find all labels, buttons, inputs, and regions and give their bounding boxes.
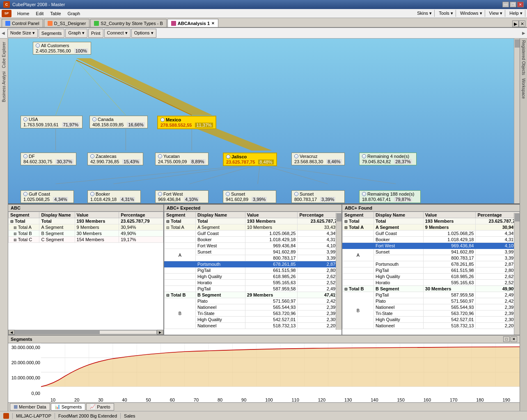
sidebar-business-analysis[interactable]: Business Analysi: [1, 70, 7, 104]
menu-tools[interactable]: Tools ▾: [436, 10, 456, 17]
table-row[interactable]: Fort West 969.436,84 4,10%: [343, 243, 520, 249]
node-mexico[interactable]: ○ Mexico 278.588.552,55 11,37%: [157, 116, 216, 129]
tab-segments[interactable]: 📊 Segments: [51, 403, 86, 411]
table-row[interactable]: ⊞ Total A A Segment 9 Members 30,94%: [9, 224, 163, 231]
node-fort-west[interactable]: ○ Fort West 969.436,84 4,10%: [155, 190, 209, 203]
hscroll-right[interactable]: ▶: [157, 330, 163, 335]
table-row[interactable]: Booker 1.018.429,18 4,31%: [343, 237, 520, 243]
sidebar-cube-explorer[interactable]: Cube Explorer: [1, 40, 7, 70]
menu-item-table[interactable]: Table: [47, 10, 64, 17]
table-row[interactable]: ⊟ Total B B Segment 30 Members 49,90%: [343, 286, 520, 292]
node-gulf-coast[interactable]: ○ Gulf Coast 1.025.068,25 4,34%: [21, 190, 74, 203]
tab-abc-analysis[interactable]: ABCAnalysis 1 ✕: [167, 19, 218, 27]
table-row[interactable]: Gulf Coast 1.025.068,25 4,34%: [343, 231, 520, 237]
expand-icon[interactable]: ⊟: [10, 219, 14, 224]
table-row[interactable]: A Sunset 941.602,89 3,99%: [165, 249, 341, 255]
table-row[interactable]: PigTail 661.515,98 2,80%: [165, 267, 341, 274]
table-row[interactable]: ⊟ Total A A Segment 10 Members 33,43%: [165, 224, 341, 231]
toolbar-connect[interactable]: Connect ▾: [104, 29, 131, 38]
sidebar-workspace[interactable]: Workspace: [520, 77, 527, 100]
table-row[interactable]: High Quality 618.985,26 2,62%: [343, 274, 520, 280]
expand-icon-b[interactable]: ⊞: [14, 232, 17, 236]
table-row[interactable]: Portsmouth 678.261,85 2,87%: [343, 261, 520, 267]
node-df[interactable]: ○ DF 84.602.330,75 30,37%: [21, 153, 76, 165]
abc-found-scroll[interactable]: Segment Display Name Value Percentage ⊟ …: [342, 212, 520, 335]
table-row[interactable]: PigTail 587.959,58 2,49%: [165, 286, 341, 292]
tab-member-data[interactable]: ▦ Member Data: [10, 403, 50, 411]
table-row[interactable]: Fort West 969.436,84 4,10%: [165, 243, 341, 249]
toolbar-graph[interactable]: Graph ▾: [65, 29, 87, 38]
table-row[interactable]: Portsmouth 678.261,85 2,87%: [165, 261, 341, 267]
abc-hscroll[interactable]: ◀ ▶: [8, 330, 163, 335]
table-row[interactable]: ⊞ Total B B Segment 30 Members 49,90%: [9, 231, 163, 237]
cube-scrollbar-thumb[interactable]: [515, 39, 520, 48]
tab-scroll-right[interactable]: ▶: [512, 21, 519, 27]
table-row[interactable]: ⊟ Total Total 193 Members 23.625.787,79: [9, 218, 163, 224]
table-row[interactable]: Booker 1.018.429,18 4,31%: [165, 237, 341, 243]
toolbar-segments[interactable]: Segments: [39, 29, 65, 38]
tab-close-abc[interactable]: ✕: [211, 21, 215, 25]
toolbar-print[interactable]: Print: [88, 29, 103, 38]
abc-expected-scroll[interactable]: Segment Display Name Value Percentage ⊟ …: [164, 212, 341, 335]
toolbar-options[interactable]: Options ▾: [131, 29, 156, 38]
menu-item-edit[interactable]: Edit: [32, 10, 47, 17]
toolbar-node-size[interactable]: Node Size ▾: [7, 29, 38, 38]
minimize-button[interactable]: —: [502, 2, 509, 7]
menu-skins[interactable]: Skins ▾: [415, 10, 435, 17]
segments-close[interactable]: ✕: [511, 336, 517, 342]
node-booker[interactable]: ○ Booker 1.018.429,18 4,31%: [87, 190, 141, 203]
table-row[interactable]: B PigTail 587.959,58 2,49%: [343, 292, 520, 298]
table-row[interactable]: Horatio 595.165,63 2,52%: [343, 280, 520, 286]
menu-windows[interactable]: Windows ▾: [458, 10, 485, 17]
cube-scrollbar[interactable]: [514, 39, 520, 203]
table-row[interactable]: ⊟ Total A A Segment 9 Members 30,94%: [343, 224, 520, 231]
table-row[interactable]: Gulf Coast 1.025.068,25 4,34%: [165, 231, 341, 237]
abc-scroll[interactable]: Segment Display Name Value Percentage ⊟ …: [8, 212, 163, 330]
node-remaining4[interactable]: ○ Remaining 4 node(s) 79.045.824,82 28,3…: [359, 153, 417, 165]
menu-item-graph[interactable]: Graph: [64, 10, 84, 17]
hscroll-left[interactable]: ◀: [8, 330, 15, 335]
menu-item-home[interactable]: Home: [14, 10, 32, 17]
expand-icon-a[interactable]: ⊞: [14, 226, 17, 230]
node-remaining188[interactable]: ○ Remaining 188 node(s) 18.870.467,41 79…: [359, 190, 421, 203]
found-vscrollbar[interactable]: [514, 213, 520, 335]
node-sunset1[interactable]: ○ Sunset 941.602,89 3,99%: [223, 190, 276, 203]
found-vscrollbar-thumb[interactable]: [515, 213, 520, 221]
toolbar-scroll-right[interactable]: ▶: [522, 31, 525, 35]
node-jalisco[interactable]: ○ Jalisco 23.625.787,75 8,48%: [223, 153, 277, 166]
menu-help[interactable]: Help ▾: [507, 10, 525, 17]
node-usa[interactable]: ○ USA 1.763.509.193,61 71,97%: [21, 116, 82, 128]
table-row[interactable]: High Quality 618.985,26 2,62%: [165, 274, 341, 280]
tab-control-panel[interactable]: Control Panel: [2, 19, 43, 27]
expand-icon-c[interactable]: ⊞: [14, 238, 17, 242]
table-row[interactable]: ⊟ Total B B Segment 29 Members 47,41%: [165, 292, 341, 298]
table-row[interactable]: PigTail 661.515,98 2,80%: [343, 267, 520, 274]
table-row[interactable]: B Plato 571.560,97 2,42%: [165, 298, 341, 304]
segments-restore[interactable]: □: [503, 336, 510, 342]
tab-close-all[interactable]: ✕: [519, 21, 525, 27]
sidebar-registered-objects[interactable]: Registered Objects: [520, 39, 527, 77]
table-row[interactable]: A Sunset 941.602,89 3,99%: [343, 249, 520, 255]
hscroll-track[interactable]: [15, 330, 157, 334]
close-button[interactable]: ✕: [517, 2, 524, 7]
node-canada[interactable]: ○ Canada 408.158.039,85 16,66%: [89, 116, 148, 128]
menu-view[interactable]: View ▾: [487, 10, 506, 17]
tab-d-s1-designer[interactable]: D_S1_Designer: [44, 19, 90, 27]
table-row[interactable]: ⊞ Total C C Segment 154 Members 19,17%: [9, 237, 163, 243]
table-row[interactable]: Horatio 595.165,63 2,52%: [165, 280, 341, 286]
tab-pareto[interactable]: 📈 Pareto: [86, 403, 114, 411]
restore-button[interactable]: ❐: [510, 2, 516, 7]
table-row[interactable]: ⊟ Total Total 193 Members 23.625.787,79: [343, 218, 520, 224]
hscroll-thumb[interactable]: [15, 331, 100, 334]
node-icon-booker: ○: [90, 192, 94, 196]
node-all-customers[interactable]: ○ All Customers 2.450.255.786,00 100%: [33, 42, 91, 55]
window-controls[interactable]: — ❐ ✕: [502, 2, 524, 7]
node-yucatan[interactable]: ○ Yucatan 24.755.009,09 8,89%: [155, 153, 209, 165]
tab-s2-country[interactable]: S2_Country by Store Types - B: [90, 19, 166, 27]
exp-vscrollbar[interactable]: [336, 213, 341, 330]
node-sunset2[interactable]: ○ Sunset 800.783,17 3,39%: [291, 190, 345, 203]
table-row[interactable]: ⊟ Total Total 193 Members 23.625.787,79: [165, 218, 341, 224]
node-zacatecas[interactable]: ○ Zacatecas 42.990.736,85 15,43%: [87, 153, 143, 165]
node-veracruz[interactable]: ○ Veracruz 23.568.863,30 8,46%: [291, 153, 345, 165]
exp-vscrollbar-thumb[interactable]: [337, 213, 341, 221]
